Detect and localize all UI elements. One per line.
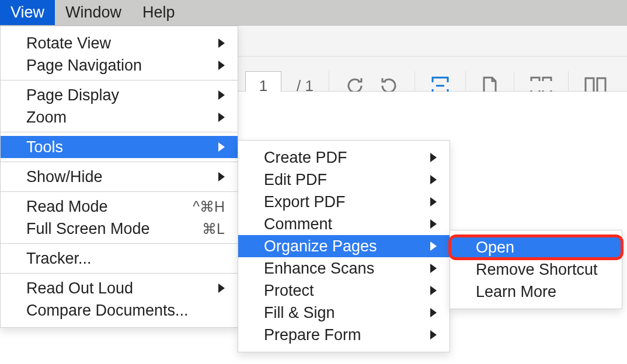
menu-item-label: Protect bbox=[264, 282, 437, 300]
menu-item-page-display[interactable]: Page Display bbox=[1, 84, 238, 106]
tools-submenu: Create PDF Edit PDF Export PDF Comment O… bbox=[238, 140, 450, 352]
menu-item-show-hide[interactable]: Show/Hide bbox=[1, 166, 238, 188]
view-menu: Rotate View Page Navigation Page Display… bbox=[0, 26, 238, 328]
menu-item-label: Export PDF bbox=[264, 193, 437, 211]
menu-item-label: Enhance Scans bbox=[264, 260, 437, 278]
menubar-item-view[interactable]: View bbox=[0, 0, 55, 25]
menu-separator bbox=[1, 162, 238, 162]
menu-item-label: Compare Documents... bbox=[26, 302, 225, 320]
menu-item-label: Page Display bbox=[26, 86, 225, 104]
menu-item-label: Learn More bbox=[476, 283, 609, 301]
menu-item-tools[interactable]: Tools bbox=[1, 136, 238, 158]
menu-item-shortcut: ^⌘H bbox=[193, 198, 225, 215]
menu-item-rotate-view[interactable]: Rotate View bbox=[1, 32, 238, 54]
menu-item-open[interactable]: Open bbox=[450, 236, 622, 258]
menu-item-export-pdf[interactable]: Export PDF bbox=[238, 191, 450, 213]
menu-item-label: Open bbox=[476, 239, 609, 257]
menu-item-read-out-loud[interactable]: Read Out Loud bbox=[1, 277, 238, 299]
menu-separator bbox=[1, 243, 238, 244]
menu-item-enhance-scans[interactable]: Enhance Scans bbox=[238, 257, 450, 279]
menu-item-fill-sign[interactable]: Fill & Sign bbox=[238, 302, 450, 324]
organize-pages-submenu: Open Remove Shortcut Learn More bbox=[450, 230, 622, 309]
menu-item-shortcut: ⌘L bbox=[202, 220, 225, 237]
menu-item-label: Prepare Form bbox=[264, 326, 437, 344]
menu-item-label: Full Screen Mode bbox=[26, 220, 190, 238]
menubar: View Window Help bbox=[0, 0, 627, 26]
menu-item-label: Comment bbox=[264, 215, 437, 233]
menu-item-label: Show/Hide bbox=[26, 168, 225, 186]
menu-item-create-pdf[interactable]: Create PDF bbox=[238, 146, 450, 169]
menu-separator bbox=[1, 80, 238, 80]
menu-item-label: Rotate View bbox=[26, 34, 225, 52]
menu-item-learn-more[interactable]: Learn More bbox=[450, 281, 622, 303]
menu-item-label: Zoom bbox=[26, 108, 225, 127]
menu-item-label: Fill & Sign bbox=[264, 304, 437, 322]
menu-separator bbox=[1, 273, 238, 274]
menubar-item-help[interactable]: Help bbox=[132, 0, 186, 25]
menu-item-label: Tools bbox=[26, 138, 225, 156]
menu-item-label: Read Mode bbox=[26, 198, 181, 216]
menubar-item-window[interactable]: Window bbox=[55, 0, 132, 25]
menu-item-label: Remove Shortcut bbox=[476, 261, 609, 279]
menu-item-organize-pages[interactable]: Organize Pages bbox=[238, 235, 450, 257]
menu-item-label: Page Navigation bbox=[26, 57, 225, 75]
menu-separator bbox=[1, 191, 238, 192]
menu-separator bbox=[1, 132, 238, 132]
menu-item-label: Tracker... bbox=[26, 250, 225, 268]
menu-item-tracker[interactable]: Tracker... bbox=[1, 247, 238, 270]
menu-item-protect[interactable]: Protect bbox=[238, 279, 450, 302]
menu-item-label: Organize Pages bbox=[264, 237, 437, 256]
menu-item-full-screen[interactable]: Full Screen Mode ⌘L bbox=[1, 218, 238, 240]
menu-item-zoom[interactable]: Zoom bbox=[1, 106, 238, 128]
menu-item-label: Create PDF bbox=[264, 149, 437, 167]
menu-item-label: Edit PDF bbox=[264, 171, 437, 189]
menu-item-remove-shortcut[interactable]: Remove Shortcut bbox=[450, 258, 622, 281]
menu-item-edit-pdf[interactable]: Edit PDF bbox=[238, 169, 450, 191]
menu-item-prepare-form[interactable]: Prepare Form bbox=[238, 324, 450, 346]
menu-item-page-navigation[interactable]: Page Navigation bbox=[1, 54, 238, 76]
menu-item-comment[interactable]: Comment bbox=[238, 213, 450, 235]
menu-item-label: Read Out Loud bbox=[26, 279, 225, 298]
menu-item-read-mode[interactable]: Read Mode ^⌘H bbox=[1, 195, 238, 218]
menu-item-compare-documents[interactable]: Compare Documents... bbox=[1, 299, 238, 321]
